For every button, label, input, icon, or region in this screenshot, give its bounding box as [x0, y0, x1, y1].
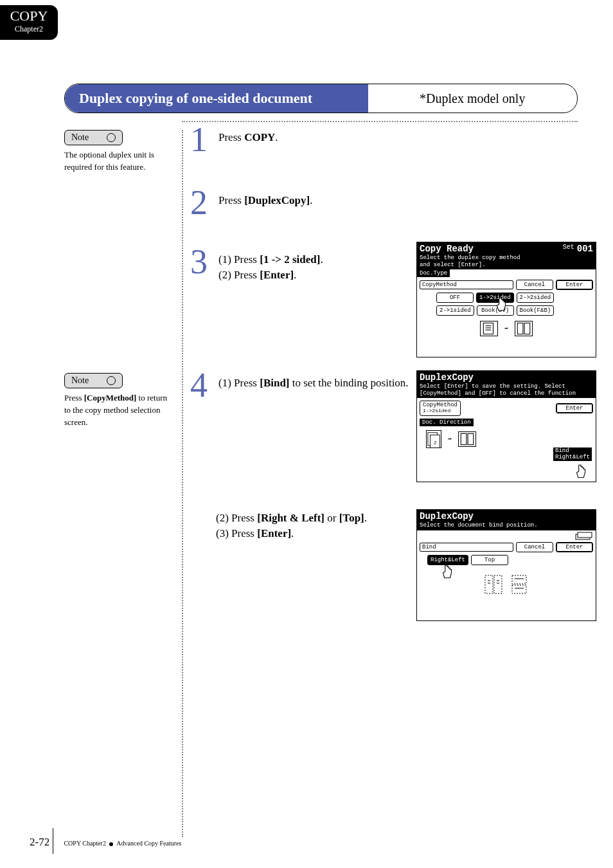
set-count: 001	[577, 244, 593, 255]
book-fb-button[interactable]: Book(F&B)	[517, 305, 555, 316]
svg-rect-21	[512, 585, 526, 593]
duplex-page-icon	[458, 431, 476, 447]
step-text: Press COPY.	[218, 122, 424, 144]
note-text: The optional duplex unit is required for…	[64, 149, 173, 174]
note-pill: Note	[64, 130, 123, 145]
step-3: 3 (1) Press [1 -> 2 sided]. (2) Press [E…	[190, 244, 424, 284]
section-heading-bar: Duplex copying of one-sided document *Du…	[64, 84, 578, 113]
pointing-hand-icon	[493, 296, 510, 313]
two-to-two-sided-button[interactable]: 2->2sided	[517, 293, 555, 303]
doc-type-tab[interactable]: Doc.Type	[417, 269, 450, 277]
dotted-rule-vertical	[182, 130, 183, 837]
screen-title: DuplexCopy	[420, 511, 474, 521]
svg-rect-0	[483, 323, 493, 334]
lcd-screen-duplex-bind: DuplexCopy Select [Enter] to save the se…	[416, 370, 596, 482]
step-number: 2	[190, 185, 216, 220]
copymethod-button[interactable]: CopyMethod 1->2sided	[420, 401, 461, 416]
doc-direction-tab[interactable]: Doc. Direction	[420, 419, 474, 426]
bullet-icon	[109, 842, 113, 846]
page-footer: 2-72 COPY Chapter2 Advanced Copy Feature…	[30, 836, 181, 849]
screen-title: DuplexCopy	[420, 372, 474, 383]
lcd-screen-copy-ready: Copy Ready 001 Set Select the duplex cop…	[416, 242, 596, 357]
note-dot-icon	[107, 133, 116, 142]
svg-rect-15	[494, 575, 502, 593]
note-box-2: Note Press [CopyMethod] to return to the…	[64, 373, 173, 429]
step-1: 1 Press COPY.	[190, 122, 424, 157]
note-pill: Note	[64, 373, 123, 388]
bind-rl-icon	[484, 574, 503, 596]
screen-title: Copy Ready	[420, 244, 474, 254]
svg-rect-11	[468, 434, 474, 445]
screen-msg: Select the duplex copy method	[420, 255, 593, 262]
cancel-button[interactable]: Cancel	[516, 542, 553, 552]
step-number: 3	[190, 244, 216, 279]
svg-rect-10	[461, 434, 466, 445]
svg-rect-4	[517, 323, 523, 334]
step-4-continued: (2) Press [Right & Left] or [Top]. (3) P…	[216, 512, 422, 543]
off-button[interactable]: OFF	[436, 293, 474, 303]
pointing-hand-icon	[573, 464, 589, 480]
pages-12-icon: 12	[426, 430, 441, 448]
tray-icon	[575, 532, 593, 543]
step-text: (1) Press [1 -> 2 sided]. (2) Press [Ent…	[218, 244, 424, 284]
note-box-1: Note The optional duplex unit is require…	[64, 130, 173, 174]
step-text: (1) Press [Bind] to set the binding posi…	[218, 368, 424, 392]
bind-button[interactable]: Bind Right&Left	[553, 448, 592, 462]
footer-crumb: COPY Chapter2	[64, 840, 105, 847]
step-4: 4 (1) Press [Bind] to set the binding po…	[190, 368, 424, 402]
bind-top-icon	[510, 574, 529, 596]
svg-rect-13	[578, 532, 592, 538]
lcd-screen-bind-position: DuplexCopy Select the document bind posi…	[416, 509, 596, 621]
two-to-one-sided-button[interactable]: 2->1sided	[436, 305, 474, 316]
chapter-tab: COPY Chapter2	[0, 5, 58, 40]
step-2: 2 Press [DuplexCopy].	[190, 185, 424, 220]
section-title: Duplex copying of one-sided document	[65, 84, 368, 113]
step-text: (2) Press [Right & Left] or [Top]. (3) P…	[216, 512, 422, 543]
set-label: Set	[563, 244, 574, 251]
copymethod-label: CopyMethod	[420, 280, 513, 289]
svg-rect-5	[524, 323, 530, 334]
tab-title: COPY	[0, 8, 58, 24]
arrow-icon: ➡	[504, 325, 508, 332]
pointing-hand-icon	[439, 564, 456, 581]
top-button[interactable]: Top	[471, 555, 508, 565]
page-icon	[480, 321, 498, 336]
section-aside: *Duplex model only	[368, 91, 525, 106]
screen-msg: Select [Enter] to save the setting. Sele…	[420, 383, 593, 390]
enter-button[interactable]: Enter	[556, 542, 593, 552]
step-number: 4	[190, 368, 216, 402]
note-dot-icon	[107, 376, 116, 385]
duplex-page-icon	[515, 321, 533, 336]
step-number: 1	[190, 122, 216, 157]
enter-button[interactable]: Enter	[556, 280, 593, 290]
note-label: Note	[71, 375, 89, 386]
svg-text:2: 2	[434, 440, 436, 446]
cancel-button[interactable]: Cancel	[516, 280, 553, 290]
note-label: Note	[71, 132, 89, 143]
arrow-icon: ➡	[448, 435, 452, 443]
svg-rect-20	[512, 575, 526, 584]
step-text: Press [DuplexCopy].	[218, 185, 424, 207]
screen-msg: Select the document bind position.	[420, 522, 593, 529]
enter-button[interactable]: Enter	[556, 403, 593, 413]
footer-crumb: Advanced Copy Features	[116, 840, 181, 847]
page-number: 2-72	[30, 836, 49, 848]
tab-subtitle: Chapter2	[0, 24, 58, 34]
screen-msg: [CopyMethod] and [OFF] to cancel the fun…	[420, 390, 593, 397]
bind-label: Bind	[420, 543, 513, 552]
screen-msg: and select [Enter].	[420, 262, 593, 269]
note-text: Press [CopyMethod] to return to the copy…	[64, 392, 173, 429]
svg-rect-14	[485, 575, 493, 593]
